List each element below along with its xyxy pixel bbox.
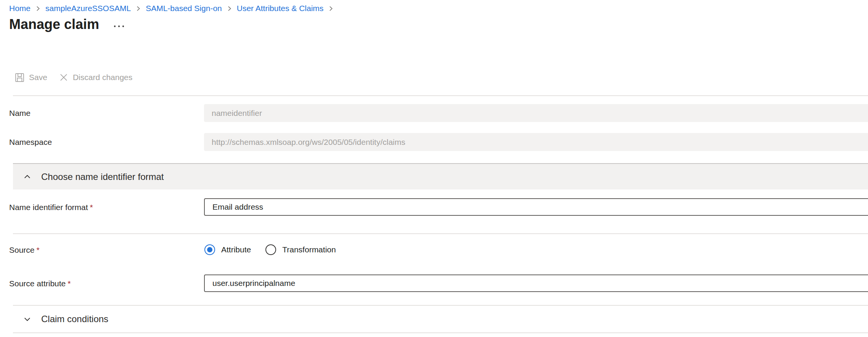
chevron-down-icon — [22, 314, 32, 324]
command-bar: Save Discard changes — [13, 71, 134, 84]
source-radio-group: Attribute Transformation — [204, 244, 336, 255]
namespace-field-label: Namespace — [9, 137, 52, 147]
chevron-right-icon — [328, 5, 334, 12]
name-input — [204, 104, 868, 122]
page-header: Manage claim — [9, 16, 125, 33]
radio-attribute[interactable] — [204, 244, 215, 255]
name-identifier-format-dropdown[interactable] — [204, 198, 868, 216]
required-asterisk: * — [37, 246, 40, 254]
radio-attribute-label[interactable]: Attribute — [221, 244, 251, 255]
section-title: Claim conditions — [41, 314, 108, 324]
save-button[interactable]: Save — [13, 71, 49, 84]
toolbar-divider — [13, 95, 868, 96]
breadcrumb: Home sampleAzureSSOSAML SAML-based Sign-… — [9, 3, 335, 13]
more-options-icon[interactable] — [113, 24, 125, 29]
section-header-claim-conditions[interactable]: Claim conditions — [13, 306, 868, 332]
breadcrumb-item-app[interactable]: sampleAzureSSOSAML — [45, 3, 131, 13]
chevron-up-icon — [22, 172, 32, 182]
name-identifier-format-label: Name identifier format* — [9, 202, 93, 212]
radio-transformation[interactable] — [265, 244, 276, 255]
chevron-right-icon — [35, 5, 41, 12]
required-asterisk: * — [90, 203, 93, 212]
breadcrumb-item-saml-signon[interactable]: SAML-based Sign-on — [146, 3, 222, 13]
chevron-right-icon — [135, 5, 141, 12]
discard-changes-button[interactable]: Discard changes — [57, 71, 134, 84]
section-divider — [13, 233, 868, 234]
chevron-right-icon — [226, 5, 233, 12]
name-field-label: Name — [9, 108, 31, 118]
discard-changes-label: Discard changes — [73, 72, 132, 83]
source-attribute-label: Source attribute* — [9, 279, 71, 289]
breadcrumb-item-home[interactable]: Home — [9, 3, 31, 13]
radio-transformation-label[interactable]: Transformation — [282, 244, 336, 255]
section-title: Choose name identifier format — [41, 172, 164, 182]
required-asterisk: * — [68, 279, 71, 288]
section-header-name-identifier-format[interactable]: Choose name identifier format — [13, 163, 868, 189]
breadcrumb-item-user-attributes[interactable]: User Attributes & Claims — [237, 3, 324, 13]
section-divider — [13, 332, 868, 333]
save-button-label: Save — [29, 72, 47, 83]
save-icon — [14, 72, 25, 83]
source-attribute-input[interactable] — [204, 274, 868, 292]
source-label: Source* — [9, 245, 40, 255]
namespace-input — [204, 133, 868, 151]
page-title: Manage claim — [9, 16, 99, 33]
x-icon — [59, 72, 69, 82]
